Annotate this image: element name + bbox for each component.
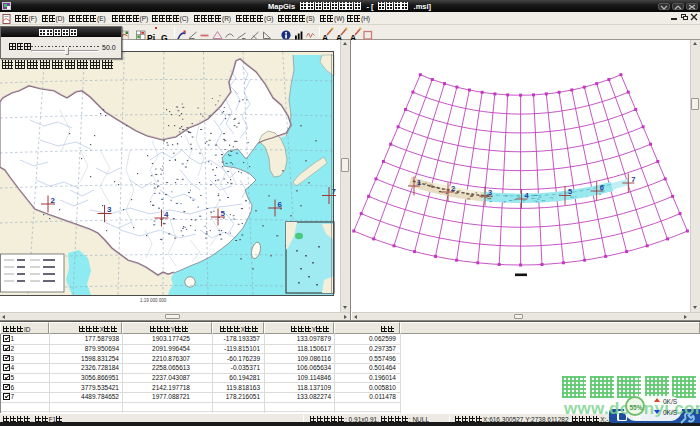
svg-text:1: 1 (417, 178, 421, 187)
svg-text:7: 7 (631, 175, 635, 184)
svg-text:3: 3 (488, 188, 492, 197)
svg-text:6: 6 (278, 200, 283, 209)
svg-text:5: 5 (568, 187, 572, 196)
svg-text:3: 3 (107, 205, 112, 214)
svg-text:4: 4 (164, 210, 169, 219)
svg-text:2: 2 (51, 196, 56, 205)
svg-text:6: 6 (600, 183, 604, 192)
svg-text:5: 5 (221, 209, 226, 218)
svg-text:2: 2 (451, 184, 455, 193)
svg-text:1:19 000 000: 1:19 000 000 (140, 298, 167, 303)
